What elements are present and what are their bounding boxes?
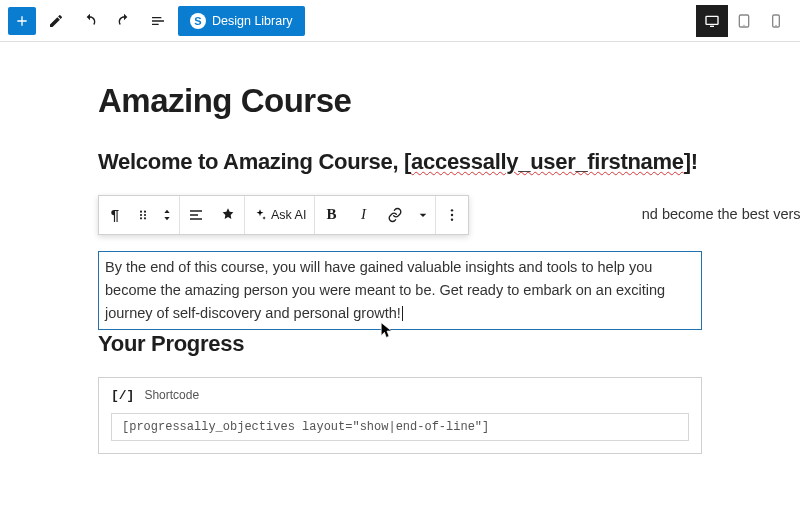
svg-point-9 <box>144 213 146 215</box>
svg-point-5 <box>775 24 776 25</box>
svg-rect-0 <box>706 16 718 24</box>
editor-canvas: Amazing Course Welcome to Amazing Course… <box>0 42 800 454</box>
transform-button[interactable] <box>212 196 244 234</box>
italic-button[interactable]: I <box>347 196 379 234</box>
svg-point-10 <box>140 217 142 219</box>
design-library-icon: S <box>190 13 206 29</box>
page-title[interactable]: Amazing Course <box>98 82 702 120</box>
welcome-prefix: Welcome to Amazing Course, [ <box>98 149 411 174</box>
add-block-button[interactable] <box>8 7 36 35</box>
undo-button[interactable] <box>76 7 104 35</box>
more-rich-text-button[interactable] <box>411 196 435 234</box>
svg-point-13 <box>451 213 453 215</box>
shortcode-block-header: [/] Shortcode <box>111 388 689 403</box>
selected-paragraph-block[interactable]: By the end of this course, you will have… <box>98 251 702 331</box>
shortcode-block[interactable]: [/] Shortcode <box>98 377 702 454</box>
document-outline-button[interactable] <box>144 7 172 35</box>
shortcode-icon: [/] <box>111 388 134 403</box>
svg-point-11 <box>144 217 146 219</box>
drag-handle[interactable] <box>131 196 155 234</box>
edit-icon[interactable] <box>42 7 70 35</box>
text-caret <box>402 306 403 321</box>
shortcode-label: Shortcode <box>144 388 199 402</box>
design-library-label: Design Library <box>212 14 293 28</box>
svg-point-14 <box>451 218 453 220</box>
link-button[interactable] <box>379 196 411 234</box>
block-options-button[interactable] <box>436 196 468 234</box>
paragraph-text: By the end of this course, you will have… <box>105 259 665 321</box>
shortcode-input[interactable] <box>111 413 689 441</box>
block-toolbar: ¶ Ask AI <box>98 195 469 235</box>
align-button[interactable] <box>180 196 212 234</box>
bold-button[interactable]: B <box>315 196 347 234</box>
welcome-suffix: ]! <box>684 149 698 174</box>
svg-point-3 <box>743 24 744 25</box>
device-preview-group <box>696 5 792 37</box>
redo-button[interactable] <box>110 7 138 35</box>
svg-point-7 <box>144 210 146 212</box>
block-type-paragraph-button[interactable]: ¶ <box>99 196 131 234</box>
ask-ai-button[interactable]: Ask AI <box>245 208 314 222</box>
progress-heading[interactable]: Your Progress <box>98 330 702 359</box>
svg-point-6 <box>140 210 142 212</box>
move-up-down-button[interactable] <box>155 196 179 234</box>
welcome-shortcode: accessally_user_firstname <box>411 149 684 174</box>
preview-desktop-button[interactable] <box>696 5 728 37</box>
mouse-cursor <box>380 322 394 344</box>
svg-point-12 <box>451 209 453 211</box>
paragraph-row-with-toolbar: xxxxxxxxxxxxxxxxxxxxxxxxxxxxxxxxxxxxxxxx… <box>98 195 702 235</box>
svg-rect-1 <box>710 25 714 26</box>
svg-point-8 <box>140 213 142 215</box>
design-library-button[interactable]: S Design Library <box>178 6 305 36</box>
preview-mobile-button[interactable] <box>760 5 792 37</box>
preview-tablet-button[interactable] <box>728 5 760 37</box>
welcome-heading[interactable]: Welcome to Amazing Course, [accessally_u… <box>98 148 702 177</box>
editor-top-toolbar: S Design Library <box>0 0 800 42</box>
